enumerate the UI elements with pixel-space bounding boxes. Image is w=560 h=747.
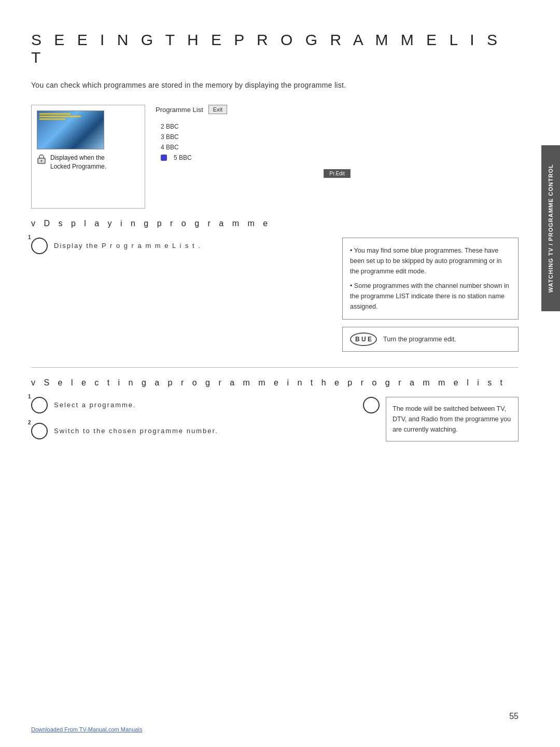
section2-heading: v S e l e c t i n g a p r o g r a m m e … — [31, 378, 519, 388]
channel-name: 5 BBC — [174, 154, 192, 161]
step2-circle-1: 1 — [31, 397, 48, 413]
lock-icon — [37, 154, 46, 164]
ui-mockup: Displayed when theLocked Programme. Prog… — [31, 105, 519, 209]
blue-key-note-text: Turn the programme edit. — [383, 336, 456, 343]
programme-list-label: Programme List — [156, 106, 203, 114]
channel-row-4: 5 BBC — [156, 153, 519, 163]
page-number: 55 — [509, 712, 519, 721]
note-item-2: • Some programmes with the channel numbe… — [350, 281, 511, 312]
thumbnail-bar — [39, 113, 71, 115]
thumbnail-bars — [39, 113, 81, 120]
side-tab: WATCHING TV / PROGRAMME CONTROL — [541, 145, 560, 311]
section2-info-row: The mode will be switched between TV, DT… — [363, 397, 519, 441]
channel-name: 3 BBC — [161, 133, 179, 141]
channel-row-3: 4 BBC — [156, 142, 519, 153]
page-title: S E E I N G T H E P R O G R A M M E L I … — [31, 31, 519, 66]
ui-right-panel: Programme List Exit 2 BBC 3 BBC 4 BBC 5 … — [145, 105, 519, 209]
svg-point-1 — [41, 160, 43, 162]
footer-link[interactable]: Downloaded From TV-Manual.com Manuals — [31, 726, 142, 732]
blue-key: B U E — [350, 333, 377, 346]
step2-number-2: 2 — [28, 420, 31, 425]
blue-marker-icon — [161, 155, 167, 161]
section1: v D s p l a y i n g p r o g r a m m e 1 … — [31, 219, 519, 352]
page-subtitle: You can check which programmes are store… — [31, 81, 519, 89]
section1-heading: v D s p l a y i n g p r o g r a m m e — [31, 219, 519, 228]
channel-name: 4 BBC — [161, 144, 179, 151]
section2-content: 1 Select a programme. 2 Switch to the ch… — [31, 397, 519, 451]
blue-key-note-box: B U E Turn the programme edit. — [342, 327, 519, 352]
section1-content: 1 Display the P r o g r a m m e L i s t … — [31, 238, 519, 352]
ui-left-panel: Displayed when theLocked Programme. — [31, 105, 145, 209]
thumbnail-bar — [39, 116, 81, 117]
section2-steps-col: 1 Select a programme. 2 Switch to the ch… — [31, 397, 347, 451]
section2-info-box: The mode will be switched between TV, DT… — [386, 397, 519, 441]
note-item-1: • You may find some blue programmes. The… — [350, 245, 511, 276]
step2-text-1: Select a programme. — [54, 397, 136, 410]
step-circle-1: 1 — [31, 238, 48, 254]
step-row-1: 1 Display the P r o g r a m m e L i s t … — [31, 238, 327, 254]
step2-circle-2: 2 — [31, 423, 48, 439]
section1-notes: • You may find some blue programmes. The… — [342, 238, 519, 352]
locked-label: Displayed when theLocked Programme. — [50, 154, 106, 171]
exit-button[interactable]: Exit — [208, 105, 227, 114]
step2-text-2: Switch to the chosen programme number. — [54, 423, 218, 436]
channel-row-1: 2 BBC — [156, 121, 519, 132]
step2-row-2: 2 Switch to the chosen programme number. — [31, 423, 347, 439]
section2: v S e l e c t i n g a p r o g r a m m e … — [31, 378, 519, 451]
ui-bottom-bar: Pr.Edit — [156, 169, 519, 178]
channel-row-2: 3 BBC — [156, 132, 519, 142]
locked-programme-container: Displayed when theLocked Programme. — [37, 154, 139, 171]
section-divider — [31, 367, 519, 368]
ui-header-row: Programme List Exit — [156, 105, 519, 114]
step1-text: Display the P r o g r a m m e L i s t . — [54, 238, 201, 251]
section2-info-circle — [363, 397, 380, 413]
step-number-1: 1 — [28, 234, 31, 240]
section1-steps: 1 Display the P r o g r a m m e L i s t … — [31, 238, 327, 352]
channel-name: 2 BBC — [161, 123, 179, 130]
ui-thumbnail — [37, 110, 104, 149]
pr-edit-button[interactable]: Pr.Edit — [324, 169, 350, 178]
note-box: • You may find some blue programmes. The… — [342, 238, 519, 320]
section2-info: The mode will be switched between TV, DT… — [363, 397, 519, 451]
step2-number-1: 1 — [28, 394, 31, 399]
thumbnail-bar — [39, 118, 65, 120]
step2-row-1: 1 Select a programme. — [31, 397, 347, 413]
page-container: WATCHING TV / PROGRAMME CONTROL S E E I … — [0, 0, 560, 747]
